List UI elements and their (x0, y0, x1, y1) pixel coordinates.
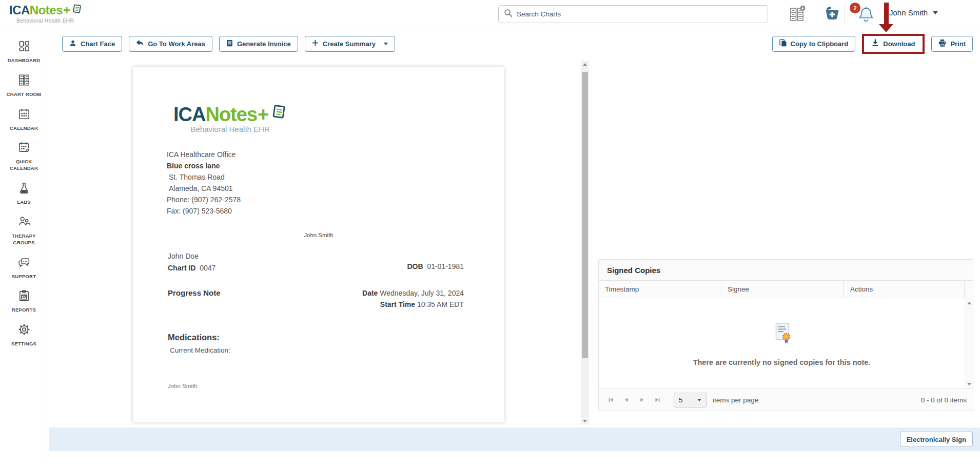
scroll-up-icon[interactable] (581, 61, 589, 68)
medications-heading: Medications: (168, 333, 220, 342)
generate-invoice-button[interactable]: Generate Invoice (219, 36, 298, 52)
quick-calendar-icon (17, 141, 31, 156)
column-header-actions[interactable]: Actions (844, 281, 965, 298)
select-caret-icon (697, 399, 701, 401)
signed-copies-body: There are currently no signed copies for… (599, 298, 973, 389)
first-page-button[interactable] (605, 394, 617, 406)
settings-gear-icon (17, 323, 31, 338)
dashboard-icon (17, 40, 31, 55)
sidebar-item-label: CHART ROOM (5, 91, 43, 98)
signed-copies-pagination: 5 items per page 0 - 0 of 0 items (599, 389, 973, 411)
current-medication-label: Current Medication: (170, 346, 230, 354)
certificate-icon (770, 321, 794, 347)
toolbar-right-group: Copy to Clipboard Download Print (772, 34, 973, 54)
invoice-icon (226, 40, 233, 48)
search-bar (498, 5, 768, 23)
pharmacy-icon[interactable] (824, 7, 841, 24)
next-page-button[interactable] (636, 394, 648, 406)
logo-plus: + (258, 104, 268, 125)
signed-copies-header-row: Timestamp Signee Actions (599, 281, 973, 298)
document-logo-tagline: Behavioral Health EHR (173, 125, 287, 133)
chart-id-value: 0047 (200, 264, 215, 272)
signed-copies-title: Signed Copies (599, 260, 973, 281)
date-line: Date Wednesday, July 31, 2024 (362, 287, 464, 299)
panel-scrollbar[interactable] (965, 298, 973, 389)
print-button[interactable]: Print (931, 36, 973, 52)
notification-badge: 2 (850, 3, 860, 13)
go-to-work-areas-button[interactable]: Go To Work Areas (129, 36, 212, 52)
sidebar-item-quick-calendar[interactable]: QUICK CALENDAR (0, 141, 48, 172)
column-header-signee[interactable]: Signee (721, 281, 844, 298)
support-chat-icon (17, 256, 31, 271)
sidebar-item-therapy-groups[interactable]: THERAPY GROUPS (0, 215, 48, 246)
scroll-down-icon[interactable] (581, 417, 589, 424)
chevron-down-icon (933, 11, 938, 14)
sidebar-item-reports[interactable]: REPORTS (0, 289, 48, 314)
sidebar-item-label: CALENDAR (8, 125, 40, 132)
reports-icon (17, 289, 31, 304)
therapy-groups-icon (17, 215, 31, 230)
office-fax: Fax: (907) 523-5680 (167, 205, 241, 217)
sidebar-item-settings[interactable]: SETTINGS (0, 323, 48, 347)
download-label: Download (883, 40, 915, 48)
create-summary-button[interactable]: Create Summary (305, 36, 395, 52)
main-content: Chart Face Go To Work Areas Generate Inv… (49, 29, 980, 465)
labs-flask-icon (17, 181, 31, 197)
sidebar-item-dashboard[interactable]: DASHBOARD (0, 40, 48, 64)
page-size-select[interactable]: 5 (674, 393, 707, 408)
dob-label: DOB (407, 262, 423, 270)
search-input[interactable] (517, 10, 762, 18)
document-header-user: John Smith (133, 232, 504, 238)
go-to-work-areas-label: Go To Work Areas (148, 40, 205, 48)
office-phone: Phone: (907) 262-2578 (167, 194, 241, 205)
column-header-timestamp[interactable]: Timestamp (599, 281, 721, 298)
document-logo-wordmark: ICANotes+ (173, 104, 287, 125)
document-footer-user: John Smith (168, 383, 198, 389)
dropdown-caret-icon (384, 43, 388, 45)
user-name: John Smith (889, 8, 928, 17)
previous-page-button[interactable] (620, 394, 633, 406)
electronically-sign-button[interactable]: Electronically Sign (900, 432, 973, 447)
patient-block: John Doe Chart ID 0047 (168, 250, 215, 274)
copy-to-clipboard-button[interactable]: Copy to Clipboard (772, 36, 856, 52)
sidebar-item-label: DASHBOARD (6, 57, 42, 64)
user-menu[interactable]: John Smith (889, 8, 938, 17)
start-time-value: 10:35 AM EDT (417, 300, 464, 308)
document-scrollbar[interactable] (581, 61, 589, 424)
note-preview-page: ICANotes+ Behavioral Health EHR ICA Heal… (133, 67, 504, 422)
sidebar-item-chart-room[interactable]: CHART ROOM (0, 73, 48, 98)
scroll-down-icon[interactable] (965, 380, 973, 387)
search-icon (504, 9, 513, 20)
back-arrow-icon (136, 40, 144, 48)
header-divider (845, 4, 845, 25)
dob-line: DOB 01-01-1981 (407, 262, 464, 270)
chart-room-icon (17, 73, 31, 89)
patient-name: John Doe (168, 250, 215, 262)
sidebar-item-calendar[interactable]: CALENDAR (0, 107, 48, 132)
scrollbar-thumb[interactable] (582, 72, 588, 358)
logo-text-notes: Notes (30, 4, 63, 16)
sidebar-item-support[interactable]: SUPPORT (0, 256, 48, 280)
sidebar-item-label: REPORTS (10, 307, 37, 314)
app-header: ICANotes+ Behavioral Health EHR 2 John S… (0, 0, 980, 29)
office-address-block: ICA Healthcare Office Blue cross lane St… (167, 149, 241, 217)
sidebar-item-labs[interactable]: LABS (0, 181, 48, 206)
note-toolbar: Chart Face Go To Work Areas Generate Inv… (49, 34, 980, 53)
chart-cabinet-add-icon[interactable] (789, 5, 806, 25)
chart-face-button[interactable]: Chart Face (62, 36, 122, 52)
sidebar-nav: DASHBOARD CHART ROOM CALENDAR QUICK CALE… (0, 29, 48, 465)
empty-state: There are currently no signed copies for… (599, 298, 965, 389)
scroll-up-icon[interactable] (965, 299, 973, 306)
address-line-1: Blue cross lane (167, 160, 241, 171)
last-page-button[interactable] (651, 394, 663, 406)
chart-id-line: Chart ID 0047 (168, 262, 215, 274)
date-label: Date (362, 289, 378, 297)
logo-text-notes: Notes (205, 104, 257, 125)
calendar-icon (17, 107, 31, 123)
logo-plus: + (63, 4, 70, 16)
sidebar-item-label: SUPPORT (10, 274, 37, 280)
download-highlight-box: Download (862, 34, 925, 54)
sidebar-item-label: THERAPY GROUPS (0, 233, 48, 246)
download-button[interactable]: Download (865, 37, 922, 51)
sidebar-item-label: QUICK CALENDAR (0, 159, 48, 172)
